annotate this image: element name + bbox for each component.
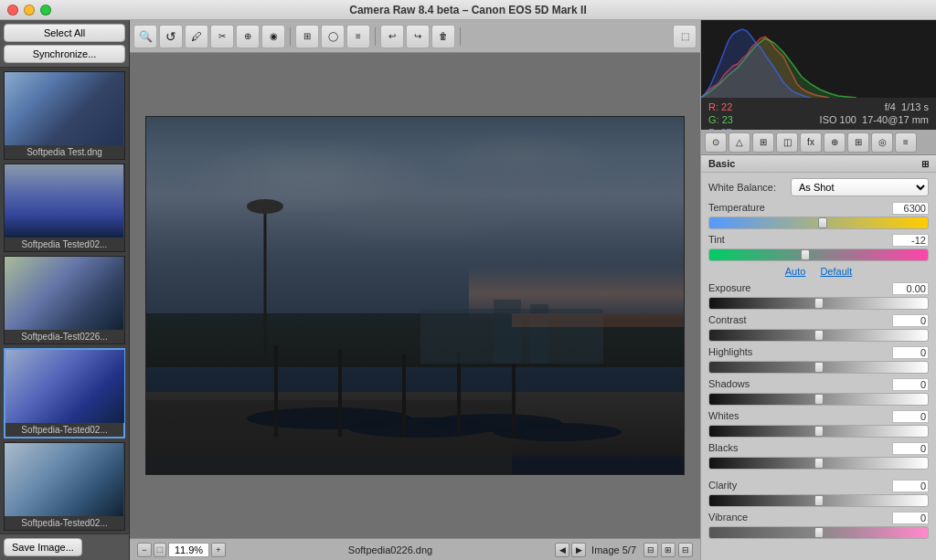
section-header: Basic ⊞ — [701, 155, 936, 173]
highlights-slider[interactable] — [708, 361, 929, 374]
thumb-label-1: Softpedia Test.dng — [5, 145, 124, 159]
maximize-button[interactable] — [40, 5, 51, 16]
shadows-value[interactable] — [892, 378, 929, 391]
svg-rect-14 — [530, 304, 548, 364]
whites-slider[interactable] — [708, 425, 929, 438]
tint-label: Tint — [708, 234, 725, 247]
filter-button[interactable]: ⊟ — [644, 543, 658, 557]
highlights-thumb — [814, 362, 824, 373]
trash-tool[interactable]: 🗑 — [431, 25, 455, 48]
save-image-button[interactable]: Save Image... — [4, 538, 82, 556]
tab-lens[interactable]: ⊕ — [824, 132, 846, 153]
svg-point-1 — [247, 199, 283, 214]
temperature-value[interactable]: 6300 — [892, 202, 929, 215]
toolbar-separator-3 — [460, 27, 461, 46]
tab-effects[interactable]: ⊞ — [847, 132, 869, 153]
tint-slider[interactable] — [708, 248, 929, 261]
thumbnail-3 — [5, 257, 123, 330]
contrast-value[interactable] — [892, 314, 929, 327]
section-options-icon: ⊞ — [921, 159, 929, 169]
rotate-tool[interactable]: ↺ — [159, 25, 183, 48]
shadows-thumb — [814, 394, 824, 405]
zoom-tool[interactable]: 🔍 — [133, 25, 157, 48]
svg-rect-9 — [402, 354, 406, 437]
filename-label: Softpedia0226.dng — [233, 544, 548, 555]
whites-value[interactable] — [892, 410, 929, 423]
highlights-value[interactable] — [892, 346, 929, 359]
vibrance-value[interactable] — [892, 512, 929, 524]
filmstrip-item-3[interactable]: Softpedia-Test0226... — [4, 256, 125, 344]
thumb-label-5: Softpedia-Tested02... — [5, 516, 124, 530]
redeye-tool[interactable]: ◉ — [261, 25, 285, 48]
filmstrip-item-5[interactable]: Softpedia-Tested02... — [4, 442, 125, 531]
auto-button[interactable]: Auto — [785, 266, 806, 277]
clarity-thumb — [814, 495, 824, 506]
aperture-shutter: f/4 1/13 s — [820, 101, 929, 112]
clarity-value[interactable] — [892, 480, 929, 492]
filmstrip-item-4[interactable]: Softpedia-Tested02... — [4, 348, 125, 438]
tab-hsl[interactable]: ◫ — [776, 132, 798, 153]
clarity-label-row: Clarity — [708, 480, 929, 492]
minimize-button[interactable] — [24, 5, 35, 16]
crop-tool[interactable]: ✂ — [210, 25, 234, 48]
exposure-value[interactable] — [892, 282, 929, 295]
list-tool[interactable]: ≡ — [346, 25, 370, 48]
adjust-tool[interactable]: ⊞ — [295, 25, 319, 48]
whites-label: Whites — [708, 410, 739, 423]
eyedropper-tool[interactable]: 🖊 — [185, 25, 208, 48]
window-title: Camera Raw 8.4 beta – Canon EOS 5D Mark … — [349, 4, 586, 16]
filmstrip-item-1[interactable]: Softpedia Test.dng — [4, 71, 125, 160]
clarity-slider[interactable] — [708, 494, 929, 507]
navigation-buttons: ◀ ▶ Image 5/7 — [555, 543, 636, 557]
shadows-label: Shadows — [708, 378, 750, 391]
prev-image-button[interactable]: ◀ — [555, 543, 569, 557]
filmstrip-items: Softpedia Test.dng Softpedia Tested02...… — [0, 68, 129, 534]
close-button[interactable] — [7, 5, 18, 16]
select-all-button[interactable]: Select All — [4, 24, 125, 42]
shadows-slider[interactable] — [708, 393, 929, 406]
temperature-label: Temperature — [708, 202, 765, 215]
compare-button[interactable]: ⊟ — [678, 543, 693, 557]
temperature-slider[interactable] — [708, 217, 929, 229]
exposure-label-row: Exposure — [708, 282, 929, 295]
zoom-out-button[interactable]: − — [137, 543, 152, 557]
radial-tool[interactable]: ◯ — [321, 25, 345, 48]
zoom-input[interactable]: 11.9% — [168, 543, 209, 557]
svg-rect-10 — [457, 353, 461, 437]
thumbnail-5 — [5, 443, 123, 516]
next-image-button[interactable]: ▶ — [571, 543, 586, 557]
tab-presets[interactable]: ≡ — [895, 132, 917, 153]
grid-button[interactable]: ⊞ — [661, 543, 675, 557]
exposure-slider[interactable] — [708, 297, 929, 310]
panel-section: Basic ⊞ White Balance: As Shot Auto Dayl… — [701, 155, 936, 560]
blacks-value[interactable] — [892, 442, 929, 455]
redo-tool[interactable]: ↪ — [406, 25, 430, 48]
tab-basic-icon[interactable]: ⊙ — [705, 132, 727, 153]
tab-tone-curve[interactable]: △ — [729, 132, 750, 153]
toggle-filmstrip-tool[interactable]: ⬚ — [673, 25, 697, 48]
hist-g-value: G: 23 — [708, 114, 733, 125]
blacks-slider[interactable] — [708, 457, 929, 470]
wb-select[interactable]: As Shot Auto Daylight Cloudy Custom — [791, 178, 929, 196]
tab-split-toning[interactable]: fx — [800, 132, 822, 153]
heal-tool[interactable]: ⊕ — [236, 25, 260, 48]
tint-value[interactable]: -12 — [892, 234, 929, 247]
zoom-in-button[interactable]: + — [211, 543, 226, 557]
tab-camera-calibration[interactable]: ◎ — [871, 132, 893, 153]
image-statusbar: − ⬚ 11.9% + Softpedia0226.dng ◀ ▶ Image … — [130, 538, 700, 560]
default-button[interactable]: Default — [820, 266, 852, 277]
vibrance-slider[interactable] — [708, 526, 929, 539]
highlights-row: Highlights — [708, 346, 929, 374]
vibrance-label-row: Vibrance — [708, 512, 929, 524]
image-container — [130, 53, 700, 538]
contrast-slider[interactable] — [708, 329, 929, 342]
filmstrip-item-2[interactable]: Softpedia Tested02... — [4, 164, 125, 252]
tab-detail[interactable]: ⊞ — [752, 132, 774, 153]
undo-tool[interactable]: ↩ — [380, 25, 404, 48]
fit-window-button[interactable]: ⬚ — [154, 543, 166, 557]
svg-rect-8 — [338, 350, 342, 437]
thumb-label-2: Softpedia Tested02... — [5, 238, 124, 251]
panel-tabs: ⊙ △ ⊞ ◫ fx ⊕ ⊞ ◎ ≡ — [701, 130, 936, 155]
exposure-row: Exposure — [708, 282, 929, 310]
synchronize-button[interactable]: Synchronize... — [4, 45, 125, 63]
